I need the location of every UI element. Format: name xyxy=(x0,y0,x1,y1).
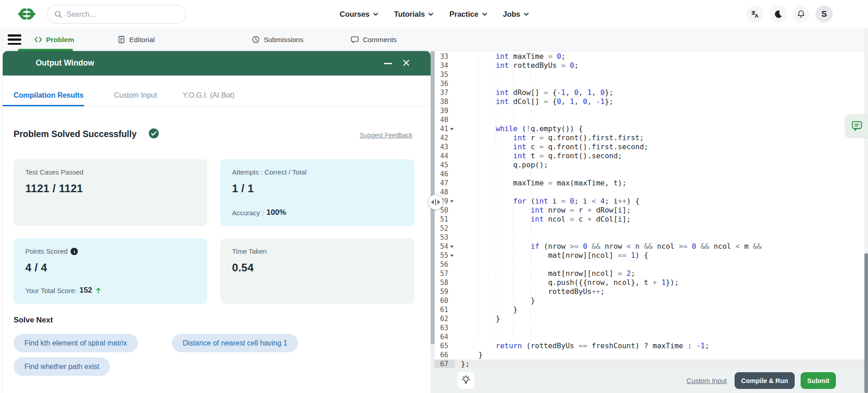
suggest-feedback-link[interactable]: Suggest Feedback xyxy=(360,132,413,139)
code-line[interactable]: 58 q.push({{nrow, ncol}, t + 1}); xyxy=(435,278,868,287)
code-line[interactable]: 65 return (rottedByUs == freshCount) ? m… xyxy=(435,341,868,350)
editor-footer-bar: Custom Input Compile & Run Submit xyxy=(435,368,868,393)
code-line[interactable]: 64 xyxy=(435,332,868,341)
code-icon xyxy=(34,35,43,44)
left-panel-scrollbar[interactable] xyxy=(431,51,435,393)
code-line[interactable]: 42 int r = q.front().first.first; xyxy=(435,133,868,142)
translate-icon[interactable] xyxy=(746,5,764,23)
code-line[interactable]: 46 xyxy=(435,170,868,179)
code-line[interactable]: 35 xyxy=(435,70,868,79)
output-window: Output Window Compilation ResultsCustom … xyxy=(3,51,431,393)
gfg-logo-icon[interactable] xyxy=(15,4,38,24)
code-line[interactable]: 61 } xyxy=(435,305,868,314)
fold-arrow-icon[interactable] xyxy=(450,200,454,203)
line-number: 67 xyxy=(435,360,455,368)
code-line[interactable]: 51 int ncol = c + dCol[i]; xyxy=(435,215,868,224)
info-icon[interactable]: i xyxy=(71,248,78,255)
result-tab-custom-input[interactable]: Custom Input xyxy=(114,91,157,99)
result-tab-y-o-g-i-ai-bot-[interactable]: Y.O.G.I. (AI Bot) xyxy=(183,91,234,99)
code-editor-panel: C++ (17) Start Timer xyxy=(435,28,868,393)
nav-menu-tutorials[interactable]: Tutorials xyxy=(394,10,434,19)
code-line[interactable]: 38 int dCol[] = {0, 1, 0, -1}; xyxy=(435,97,868,106)
code-line[interactable]: 60 } xyxy=(435,296,868,305)
line-number: 43 xyxy=(435,142,455,152)
code-line[interactable]: 34 int rottedByUs = 0; xyxy=(435,61,868,70)
code-line[interactable]: 37 int dRow[] = {-1, 0, 1, 0}; xyxy=(435,88,868,97)
code-line[interactable]: 57 mat[nrow][ncol] = 2; xyxy=(435,269,868,278)
code-line[interactable]: 62 } xyxy=(435,314,868,323)
code-line[interactable]: 49 for (int i = 0; i < 4; i++) { xyxy=(435,197,868,206)
minimize-icon[interactable] xyxy=(384,63,392,64)
nav-menu-practice[interactable]: Practice xyxy=(449,10,487,19)
nav-menu-jobs[interactable]: Jobs xyxy=(503,10,530,19)
solve-next-chip[interactable]: Find whether path exist xyxy=(14,357,110,376)
search-input[interactable] xyxy=(66,10,175,19)
code-line[interactable]: 36 xyxy=(435,79,868,88)
code-line[interactable]: 54 if (nrow >= 0 && nrow < n && ncol >= … xyxy=(435,242,868,251)
close-icon[interactable] xyxy=(402,58,411,67)
code-line[interactable]: 50 int nrow = r + dRow[i]; xyxy=(435,206,868,215)
code-line[interactable]: 63 xyxy=(435,323,868,332)
line-number: 57 xyxy=(435,269,455,278)
stat-footer: Your Total Score:152 xyxy=(25,286,102,295)
code-line[interactable]: 47 maxTime = max(maxTime, t); xyxy=(435,179,868,188)
output-window-header: Output Window xyxy=(3,51,431,76)
panel-resize-handle[interactable] xyxy=(428,194,443,210)
tab-editorial[interactable]: Editorial xyxy=(117,28,155,51)
fold-arrow-icon[interactable] xyxy=(450,255,454,257)
line-number: 33 xyxy=(435,52,455,61)
submit-button[interactable]: Submit xyxy=(801,372,836,389)
fold-arrow-icon[interactable] xyxy=(450,246,454,248)
code-line[interactable]: 55 mat[nrow][ncol] == 1) { xyxy=(435,251,868,260)
code-line[interactable]: 48 xyxy=(435,188,868,197)
output-window-title: Output Window xyxy=(36,58,94,68)
notifications-bell-icon[interactable] xyxy=(792,5,810,23)
line-number: 56 xyxy=(435,260,455,269)
resize-right-arrow-icon xyxy=(437,200,440,204)
clock-icon xyxy=(251,35,260,44)
code-line[interactable]: 53 xyxy=(435,233,868,242)
hamburger-menu-icon[interactable] xyxy=(8,34,21,45)
fold-arrow-icon[interactable] xyxy=(450,128,454,130)
tab-label: Editorial xyxy=(129,36,155,44)
stat-label: Test Cases Passed xyxy=(25,168,195,176)
line-number: 38 xyxy=(435,97,455,106)
code-line[interactable]: 66 } xyxy=(435,350,868,360)
code-line[interactable]: 33 int maxTime = 0; xyxy=(435,52,868,61)
stat-value: 0.54 xyxy=(232,261,403,274)
code-line[interactable]: 56 xyxy=(435,260,868,269)
code-editor[interactable]: 33 int maxTime = 0;34 int rottedByUs = 0… xyxy=(435,51,868,368)
dark-mode-moon-icon[interactable] xyxy=(769,5,787,23)
nav-menu-courses[interactable]: Courses xyxy=(340,10,379,19)
solve-next-chip[interactable]: Find kth element of spiral matrix xyxy=(14,334,138,352)
code-line[interactable]: 59 rottedByUs++; xyxy=(435,287,868,296)
nav-menu-label: Practice xyxy=(449,10,478,19)
line-number: 60 xyxy=(435,296,455,305)
tab-submissions[interactable]: Submissions xyxy=(251,28,304,51)
hint-lightbulb-icon[interactable] xyxy=(457,372,474,389)
page-scrollbar[interactable] xyxy=(864,28,868,393)
code-line[interactable]: 39 xyxy=(435,106,868,115)
code-line[interactable]: 67}; xyxy=(435,360,868,368)
tab-comments[interactable]: Comments xyxy=(351,28,397,51)
compile-run-button[interactable]: Compile & Run xyxy=(735,372,795,389)
chevron-down-icon xyxy=(523,11,529,17)
code-line[interactable]: 44 int t = q.front().second; xyxy=(435,152,868,161)
chat-feedback-fab[interactable] xyxy=(845,114,868,137)
code-line[interactable]: 41 while (!q.empty()) { xyxy=(435,124,868,133)
stat-label: Points Scoredi xyxy=(25,247,195,255)
line-number: 66 xyxy=(435,350,455,360)
stat-card-points-scored: Points Scoredi4 / 4Your Total Score:152 xyxy=(14,238,207,304)
search-bar[interactable] xyxy=(47,5,186,24)
page-scrollbar-thumb[interactable] xyxy=(864,253,868,393)
custom-input-link[interactable]: Custom Input xyxy=(687,377,727,384)
solve-next-chip[interactable]: Distance of nearest cell having 1 xyxy=(172,334,298,352)
stat-card-attempts-correct-total: Attempts : Correct / Total1 / 1Accuracy … xyxy=(220,159,414,226)
code-line[interactable]: 52 xyxy=(435,224,868,233)
code-line[interactable]: 43 int c = q.front().first.second; xyxy=(435,142,868,152)
tab-problem[interactable]: Problem xyxy=(34,28,74,51)
code-line[interactable]: 45 q.pop(); xyxy=(435,161,868,170)
code-line[interactable]: 40 xyxy=(435,115,868,124)
avatar[interactable]: S xyxy=(816,5,833,23)
result-tab-compilation-results[interactable]: Compilation Results xyxy=(14,91,84,99)
